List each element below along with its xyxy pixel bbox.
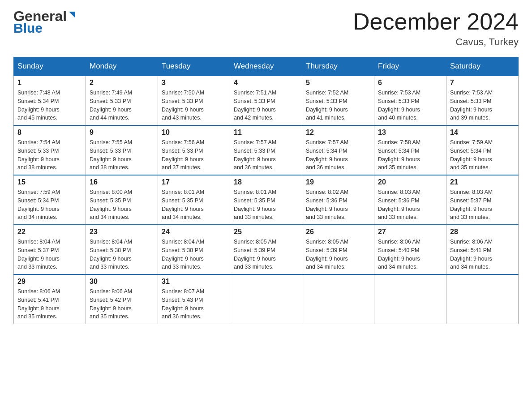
calendar-cell: 30Sunrise: 8:06 AMSunset: 5:42 PMDayligh… [86,274,158,324]
header-saturday: Saturday [446,57,519,76]
day-info: Sunrise: 8:00 AMSunset: 5:35 PMDaylight:… [90,188,154,222]
header-row: SundayMondayTuesdayWednesdayThursdayFrid… [14,57,519,76]
day-number: 20 [378,178,442,186]
day-number: 31 [162,278,226,286]
day-number: 7 [450,79,515,87]
day-info: Sunrise: 8:06 AMSunset: 5:41 PMDaylight:… [17,287,82,321]
calendar-cell: 7Sunrise: 7:53 AMSunset: 5:33 PMDaylight… [446,76,519,125]
calendar-cell: 21Sunrise: 8:03 AMSunset: 5:37 PMDayligh… [446,175,519,225]
logo-triangle-icon [67,10,77,20]
day-info: Sunrise: 7:53 AMSunset: 5:33 PMDaylight:… [378,89,442,122]
day-info: Sunrise: 7:52 AMSunset: 5:33 PMDaylight:… [306,89,370,122]
day-info: Sunrise: 7:59 AMSunset: 5:34 PMDaylight:… [450,138,515,172]
day-number: 2 [90,79,154,87]
calendar-cell: 9Sunrise: 7:55 AMSunset: 5:33 PMDaylight… [86,125,158,175]
calendar-cell [230,274,302,324]
day-number: 27 [378,228,442,236]
page-header: General Blue December 2024 Cavus, Turkey [13,9,519,48]
calendar-cell: 19Sunrise: 8:02 AMSunset: 5:36 PMDayligh… [302,175,374,225]
day-number: 11 [234,128,298,137]
day-info: Sunrise: 8:03 AMSunset: 5:37 PMDaylight:… [450,188,515,222]
calendar-cell: 31Sunrise: 8:07 AMSunset: 5:43 PMDayligh… [158,274,230,324]
day-number: 19 [306,178,370,186]
day-number: 30 [90,278,154,286]
calendar-cell: 12Sunrise: 7:57 AMSunset: 5:34 PMDayligh… [302,125,374,175]
day-info: Sunrise: 8:06 AMSunset: 5:41 PMDaylight:… [450,238,515,271]
week-row-4: 22Sunrise: 8:04 AMSunset: 5:37 PMDayligh… [14,225,519,274]
calendar-cell: 4Sunrise: 7:51 AMSunset: 5:33 PMDaylight… [230,76,302,125]
header-thursday: Thursday [302,57,374,76]
calendar-cell: 18Sunrise: 8:01 AMSunset: 5:35 PMDayligh… [230,175,302,225]
header-monday: Monday [86,57,158,76]
day-number: 13 [378,128,442,137]
day-info: Sunrise: 7:50 AMSunset: 5:33 PMDaylight:… [162,89,226,122]
day-info: Sunrise: 7:49 AMSunset: 5:33 PMDaylight:… [90,89,154,122]
day-info: Sunrise: 7:51 AMSunset: 5:33 PMDaylight:… [234,89,298,122]
logo: General Blue [13,9,77,36]
day-info: Sunrise: 8:01 AMSunset: 5:35 PMDaylight:… [234,188,298,222]
day-info: Sunrise: 8:01 AMSunset: 5:35 PMDaylight:… [162,188,226,222]
calendar-table: SundayMondayTuesdayWednesdayThursdayFrid… [13,57,519,324]
day-info: Sunrise: 8:02 AMSunset: 5:36 PMDaylight:… [306,188,370,222]
month-title: December 2024 [353,9,519,34]
svg-marker-0 [69,12,75,18]
day-number: 3 [162,79,226,87]
calendar-cell: 5Sunrise: 7:52 AMSunset: 5:33 PMDaylight… [302,76,374,125]
calendar-cell: 17Sunrise: 8:01 AMSunset: 5:35 PMDayligh… [158,175,230,225]
day-number: 10 [162,128,226,137]
calendar-cell: 24Sunrise: 8:04 AMSunset: 5:38 PMDayligh… [158,225,230,274]
day-number: 12 [306,128,370,137]
day-info: Sunrise: 8:06 AMSunset: 5:42 PMDaylight:… [90,287,154,321]
day-info: Sunrise: 8:04 AMSunset: 5:37 PMDaylight:… [17,238,82,271]
calendar-cell: 14Sunrise: 7:59 AMSunset: 5:34 PMDayligh… [446,125,519,175]
day-number: 6 [378,79,442,87]
day-info: Sunrise: 7:56 AMSunset: 5:33 PMDaylight:… [162,138,226,172]
day-number: 26 [306,228,370,236]
day-number: 24 [162,228,226,236]
day-number: 21 [450,178,515,186]
day-info: Sunrise: 7:53 AMSunset: 5:33 PMDaylight:… [450,89,515,122]
calendar-cell: 8Sunrise: 7:54 AMSunset: 5:33 PMDaylight… [14,125,86,175]
calendar-cell: 20Sunrise: 8:03 AMSunset: 5:36 PMDayligh… [374,175,446,225]
day-number: 28 [450,228,515,236]
day-number: 4 [234,79,298,87]
day-info: Sunrise: 7:59 AMSunset: 5:34 PMDaylight:… [17,188,82,222]
day-info: Sunrise: 8:06 AMSunset: 5:40 PMDaylight:… [378,238,442,271]
day-number: 9 [90,128,154,137]
calendar-cell: 29Sunrise: 8:06 AMSunset: 5:41 PMDayligh… [14,274,86,324]
calendar-cell: 23Sunrise: 8:04 AMSunset: 5:38 PMDayligh… [86,225,158,274]
calendar-cell: 1Sunrise: 7:48 AMSunset: 5:34 PMDaylight… [14,76,86,125]
day-number: 15 [17,178,82,186]
day-info: Sunrise: 7:57 AMSunset: 5:33 PMDaylight:… [234,138,298,172]
calendar-cell: 2Sunrise: 7:49 AMSunset: 5:33 PMDaylight… [86,76,158,125]
day-info: Sunrise: 7:58 AMSunset: 5:34 PMDaylight:… [378,138,442,172]
header-tuesday: Tuesday [158,57,230,76]
day-info: Sunrise: 7:57 AMSunset: 5:34 PMDaylight:… [306,138,370,172]
calendar-cell: 3Sunrise: 7:50 AMSunset: 5:33 PMDaylight… [158,76,230,125]
calendar-cell: 28Sunrise: 8:06 AMSunset: 5:41 PMDayligh… [446,225,519,274]
day-info: Sunrise: 8:05 AMSunset: 5:39 PMDaylight:… [234,238,298,271]
calendar-cell: 16Sunrise: 8:00 AMSunset: 5:35 PMDayligh… [86,175,158,225]
header-friday: Friday [374,57,446,76]
day-info: Sunrise: 8:04 AMSunset: 5:38 PMDaylight:… [90,238,154,271]
day-number: 8 [17,128,82,137]
day-number: 1 [17,79,82,87]
title-section: December 2024 Cavus, Turkey [353,9,519,48]
day-number: 25 [234,228,298,236]
calendar-cell: 26Sunrise: 8:05 AMSunset: 5:39 PMDayligh… [302,225,374,274]
calendar-cell: 22Sunrise: 8:04 AMSunset: 5:37 PMDayligh… [14,225,86,274]
header-sunday: Sunday [14,57,86,76]
header-wednesday: Wednesday [230,57,302,76]
week-row-3: 15Sunrise: 7:59 AMSunset: 5:34 PMDayligh… [14,175,519,225]
calendar-cell [374,274,446,324]
day-info: Sunrise: 8:04 AMSunset: 5:38 PMDaylight:… [162,238,226,271]
day-info: Sunrise: 7:48 AMSunset: 5:34 PMDaylight:… [17,89,82,122]
day-number: 16 [90,178,154,186]
logo-blue-text: Blue [13,21,43,36]
day-number: 29 [17,278,82,286]
calendar-cell [446,274,519,324]
day-number: 18 [234,178,298,186]
day-number: 17 [162,178,226,186]
calendar-cell: 25Sunrise: 8:05 AMSunset: 5:39 PMDayligh… [230,225,302,274]
day-info: Sunrise: 7:54 AMSunset: 5:33 PMDaylight:… [17,138,82,172]
